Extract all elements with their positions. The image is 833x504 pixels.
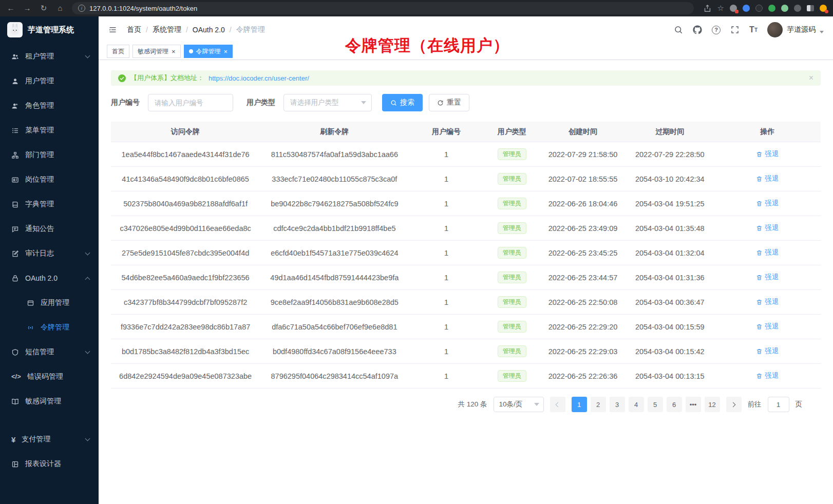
font-size-icon[interactable]: TT [749, 26, 758, 34]
bookmark-star-icon[interactable]: ☆ [717, 0, 724, 16]
user-dropdown[interactable]: 芋道源码 [767, 22, 824, 37]
sidebar-item-user[interactable]: 用户管理 [0, 69, 99, 93]
force-logout-button[interactable]: 强退 [756, 199, 779, 208]
sidebar-item-label: 字典管理 [25, 200, 54, 209]
col-refresh-token: 刷新令牌 [260, 127, 409, 137]
sidebar-item-oauth2-token[interactable]: 令牌管理 [0, 315, 99, 340]
share-icon[interactable] [703, 4, 712, 13]
sidebar-item-label: 应用管理 [41, 298, 69, 307]
user-id-label: 用户编号 [111, 98, 140, 107]
sidebar-item-audit-log[interactable]: 审计日志 [0, 241, 99, 266]
next-page-button[interactable] [726, 397, 742, 412]
access-token-cell: b0d1785bc3a8482f812db4a3f3bd15ec [111, 347, 260, 356]
page-buttons: 1 2 3 4 5 6 ••• 12 [572, 397, 720, 412]
force-logout-button[interactable]: 强退 [756, 248, 779, 257]
page-button[interactable]: 12 [705, 397, 720, 412]
github-icon[interactable] [693, 25, 702, 34]
extension-icon[interactable] [743, 5, 750, 12]
sidebar-item-payment[interactable]: ¥ 支付管理 [0, 427, 99, 452]
user-type-select[interactable]: 请选择用户类型 [283, 94, 372, 111]
close-icon[interactable]: × [224, 48, 228, 55]
force-logout-button[interactable]: 强退 [756, 223, 779, 232]
extension-icon[interactable] [781, 5, 788, 12]
breadcrumb-oauth2[interactable]: OAuth 2.0 [193, 26, 225, 34]
user-type-badge: 管理员 [498, 247, 526, 258]
tab-token[interactable]: 令牌管理 × [184, 45, 233, 58]
user-type-placeholder: 请选择用户类型 [290, 98, 339, 107]
side-panel-icon[interactable] [807, 5, 814, 11]
site-info-icon[interactable]: i [78, 5, 85, 12]
create-time-cell: 2022-06-25 22:26:36 [540, 372, 626, 380]
breadcrumb-home[interactable]: 首页 [127, 25, 141, 34]
page-button[interactable]: 5 [648, 397, 663, 412]
col-expire-time: 过期时间 [626, 127, 714, 137]
extension-icon[interactable] [794, 5, 801, 12]
user-id-input[interactable] [148, 94, 233, 111]
browser-forward-icon[interactable]: → [23, 0, 32, 16]
sidebar-item-error-code[interactable]: </> 错误码管理 [0, 364, 99, 389]
force-logout-button[interactable]: 强退 [756, 297, 779, 306]
address-bar[interactable]: i 127.0.0.1:1024/system/oauth2/token [72, 2, 694, 14]
page-button[interactable]: 3 [610, 397, 625, 412]
access-token-cell: 502375b8040a469a9b82188afdf6af1f [111, 200, 260, 208]
force-logout-button[interactable]: 强退 [756, 174, 779, 183]
app-logo-row[interactable]: 芋道管理系统 [0, 16, 99, 43]
extension-icon[interactable] [755, 5, 763, 12]
sidebar-item-label: 租户管理 [25, 52, 54, 61]
sidebar-item-dict[interactable]: 字典管理 [0, 192, 99, 217]
extension-icon[interactable] [730, 5, 737, 12]
header-actions: ? TT 芋道源码 [674, 22, 824, 37]
force-logout-button[interactable]: 强退 [756, 273, 779, 282]
alert-text: 【用户体系】文档地址： [130, 73, 204, 83]
page-size-select[interactable]: 10条/页 [494, 397, 544, 412]
fullscreen-icon[interactable] [730, 25, 740, 34]
search-icon[interactable] [674, 25, 683, 34]
page-button[interactable]: 6 [667, 397, 682, 412]
sidebar-item-sms[interactable]: 短信管理 [0, 340, 99, 364]
force-logout-button[interactable]: 强退 [756, 346, 779, 356]
tab-sensitive-word[interactable]: 敏感词管理 × [132, 45, 181, 58]
sidebar-item-sensitive-word[interactable]: 敏感词管理 [0, 389, 99, 414]
sidebar-item-notice[interactable]: 通知公告 [0, 217, 99, 241]
help-icon[interactable]: ? [712, 26, 721, 34]
hamburger-icon[interactable] [108, 26, 118, 34]
sidebar-item-report-designer[interactable]: 报表设计器 [0, 452, 99, 476]
close-icon[interactable]: × [809, 74, 813, 82]
sidebar-item-dept[interactable]: 部门管理 [0, 143, 99, 167]
id-card-icon [11, 176, 19, 184]
breadcrumb-separator: / [146, 26, 148, 34]
book-icon [11, 201, 19, 208]
sidebar-item-role[interactable]: 角色管理 [0, 93, 99, 118]
sidebar-item-oauth2-app[interactable]: 应用管理 [0, 290, 99, 315]
extension-icon[interactable] [768, 5, 775, 12]
page-button[interactable]: 1 [572, 397, 587, 412]
close-icon[interactable]: × [172, 48, 176, 55]
force-logout-button[interactable]: 强退 [756, 371, 779, 380]
sidebar-item-tenant[interactable]: 租户管理 [0, 44, 99, 69]
more-pages-button[interactable]: ••• [686, 397, 701, 412]
search-button[interactable]: 搜索 [382, 94, 423, 111]
profile-avatar-icon[interactable] [820, 5, 827, 12]
breadcrumb-system[interactable]: 系统管理 [153, 25, 181, 34]
browser-back-icon[interactable]: ← [6, 0, 15, 16]
force-logout-button[interactable]: 强退 [756, 322, 779, 331]
browser-home-icon[interactable]: ⌂ [55, 0, 65, 16]
goto-page-input[interactable] [768, 397, 789, 412]
sidebar-item-post[interactable]: 岗位管理 [0, 167, 99, 192]
success-check-icon [118, 74, 126, 82]
action-cell: 强退 [714, 174, 821, 184]
page-button[interactable]: 4 [629, 397, 644, 412]
doc-link[interactable]: https://doc.iocoder.cn/user-center/ [209, 74, 309, 82]
browser-reload-icon[interactable]: ↻ [39, 0, 48, 16]
sidebar-item-label: 用户管理 [25, 76, 54, 86]
sidebar-item-oauth2[interactable]: OAuth 2.0 [0, 266, 99, 290]
tab-home[interactable]: 首页 [107, 45, 129, 58]
sidebar-item-label: OAuth 2.0 [25, 274, 58, 282]
sidebar-item-menu[interactable]: 菜单管理 [0, 118, 99, 143]
force-logout-button[interactable]: 强退 [756, 149, 779, 159]
prev-page-button[interactable] [550, 397, 565, 412]
expire-time-cell: 2054-03-04 19:51:25 [626, 200, 714, 208]
page-button[interactable]: 2 [591, 397, 606, 412]
reset-button[interactable]: 重置 [429, 94, 469, 111]
user-icon [11, 77, 19, 85]
